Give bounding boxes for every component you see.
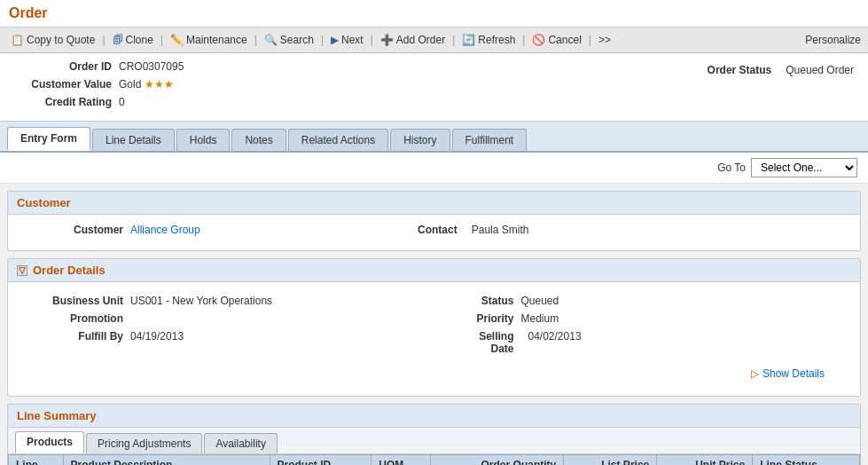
- priority-label: Priority: [443, 312, 514, 325]
- goto-select[interactable]: Select One...: [751, 158, 857, 177]
- tab-related-actions[interactable]: Related Actions: [288, 129, 388, 151]
- separator: |: [589, 34, 591, 46]
- maintenance-button[interactable]: ✏️ Maintenance: [167, 32, 251, 48]
- tabs-bar: Entry Form Line Details Holds Notes Rela…: [0, 122, 868, 153]
- copy-to-quote-button[interactable]: 📋 Copy to Quote: [7, 32, 98, 48]
- collapse-icon[interactable]: ▽: [17, 265, 27, 276]
- cancel-icon: 🚫: [532, 34, 545, 46]
- clone-icon: 🗐: [113, 34, 123, 46]
- more-button[interactable]: >>: [595, 32, 614, 48]
- line-summary-table: Line Product Description Product ID UOM …: [8, 454, 860, 465]
- customer-value: Gold ★★★: [119, 78, 174, 91]
- tab-history[interactable]: History: [390, 129, 450, 151]
- line-summary-table-container: Line Product Description Product ID UOM …: [8, 454, 860, 465]
- selling-date-value: 04/02/2013: [528, 330, 582, 343]
- separator: |: [102, 34, 105, 46]
- status-label: Status: [443, 295, 514, 307]
- customer-label: Customer: [26, 224, 123, 236]
- customer-section-header: Customer: [8, 192, 860, 215]
- clone-button[interactable]: 🗐 Clone: [109, 32, 157, 48]
- col-header-line-status: Line Status: [753, 455, 860, 466]
- sub-tab-pricing-adjustments[interactable]: Pricing Adjustments: [86, 433, 202, 453]
- separator: |: [254, 34, 257, 46]
- status-value: Queued: [521, 295, 559, 307]
- toolbar-left: 📋 Copy to Quote | 🗐 Clone | ✏️ Maintenan…: [7, 32, 614, 48]
- line-summary-header: Line Summary: [8, 405, 860, 428]
- col-header-unit-price: Unit Price: [657, 455, 753, 466]
- order-status-label: Order Status: [674, 64, 771, 76]
- customer-value-field: Alliance Group: [130, 224, 200, 236]
- priority-value: Medium: [521, 312, 559, 325]
- cancel-button[interactable]: 🚫 Cancel: [528, 32, 584, 48]
- tab-entry-form[interactable]: Entry Form: [7, 127, 90, 151]
- separator: |: [160, 34, 163, 46]
- col-header-product-description: Product Description: [63, 455, 270, 466]
- sub-tab-availability[interactable]: Availability: [204, 433, 277, 453]
- fulfill-by-label: Fulfill By: [35, 330, 123, 343]
- selling-date-label: SellingDate: [443, 330, 514, 355]
- col-header-order-quantity: Order Quantity: [430, 455, 563, 466]
- tab-holds[interactable]: Holds: [176, 129, 231, 151]
- contact-label: Contact: [360, 224, 457, 236]
- show-details-link[interactable]: Show Details: [762, 367, 825, 380]
- show-details-row: ▷ Show Details: [26, 364, 842, 387]
- order-details-header: ▽ Order Details: [8, 259, 860, 282]
- order-id-label: Order ID: [14, 60, 112, 73]
- search-button[interactable]: 🔍 Search: [261, 32, 317, 48]
- col-header-product-id: Product ID: [270, 455, 371, 466]
- sub-tabs-bar: Products Pricing Adjustments Availabilit…: [8, 428, 860, 454]
- tab-line-details[interactable]: Line Details: [92, 129, 175, 151]
- customer-section: Customer Customer Alliance Group Contact…: [7, 191, 861, 251]
- credit-rating-value: 0: [119, 96, 125, 108]
- search-icon: 🔍: [264, 34, 278, 46]
- business-unit-label: Business Unit: [35, 295, 123, 307]
- promotion-label: Promotion: [35, 312, 123, 325]
- customer-section-body: Customer Alliance Group Contact Paula Sm…: [8, 215, 860, 250]
- add-order-button[interactable]: ➕ Add Order: [377, 32, 449, 48]
- col-header-uom: UOM: [371, 455, 431, 466]
- separator: |: [522, 34, 525, 46]
- copy-icon: 📋: [11, 34, 24, 46]
- line-summary-section: Line Summary Products Pricing Adjustment…: [7, 404, 861, 465]
- toolbar: 📋 Copy to Quote | 🗐 Clone | ✏️ Maintenan…: [0, 28, 868, 53]
- customer-link[interactable]: Alliance Group: [130, 224, 200, 236]
- add-icon: ➕: [380, 34, 394, 46]
- show-details-arrow-icon: ▷: [751, 367, 759, 380]
- next-button[interactable]: ▶ Next: [327, 32, 367, 48]
- refresh-button[interactable]: 🔄 Refresh: [458, 32, 519, 48]
- tab-fulfillment[interactable]: Fulfillment: [452, 129, 528, 151]
- separator: |: [321, 34, 324, 46]
- maintenance-icon: ✏️: [170, 34, 184, 46]
- separator: |: [452, 34, 455, 46]
- order-id-value: CRO0307095: [119, 60, 184, 73]
- customer-stars: ★★★: [145, 78, 174, 91]
- col-header-line: Line: [9, 455, 64, 466]
- goto-label: Go To: [717, 162, 746, 174]
- order-details-section: ▽ Order Details Business Unit US001 - Ne…: [7, 258, 861, 397]
- col-header-list-price: List Price: [564, 455, 657, 466]
- goto-bar: Go To Select One...: [0, 153, 868, 184]
- fulfill-by-value: 04/19/2013: [130, 330, 184, 343]
- credit-rating-label: Credit Rating: [14, 96, 112, 108]
- contact-value: Paula Smith: [472, 224, 529, 236]
- customer-value-label: Customer Value: [14, 78, 112, 91]
- order-info-bar: Order ID CRO0307095 Customer Value Gold …: [0, 53, 868, 122]
- personalize-button[interactable]: Personalize: [805, 34, 861, 46]
- order-details-body: Business Unit US001 - New York Operation…: [8, 282, 860, 396]
- sub-tab-products[interactable]: Products: [15, 431, 84, 453]
- next-icon: ▶: [331, 34, 339, 46]
- business-unit-value: US001 - New York Operations: [130, 295, 272, 307]
- page-title: Order: [0, 0, 868, 28]
- tab-notes[interactable]: Notes: [231, 129, 285, 151]
- refresh-icon: 🔄: [462, 34, 475, 46]
- separator: |: [371, 34, 373, 46]
- order-status-value: Queued Order: [786, 64, 854, 76]
